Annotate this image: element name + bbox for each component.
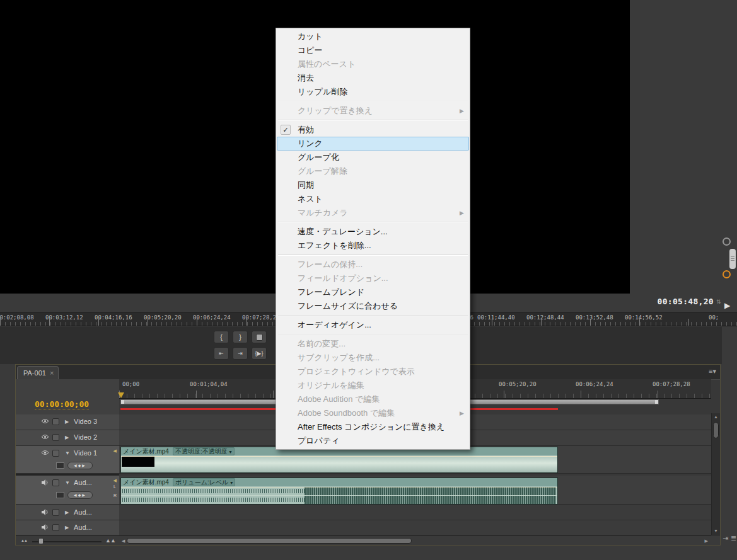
tab-close-icon[interactable]: ×: [50, 369, 54, 377]
menu-gutter: [281, 260, 291, 270]
menu-gutter: [281, 241, 291, 251]
set-in-point-button[interactable]: {: [214, 331, 229, 343]
play-icon[interactable]: ▶: [724, 301, 730, 310]
scroll-down-button[interactable]: ▼: [712, 527, 720, 535]
mini-scrollbar-thumb[interactable]: [729, 249, 736, 269]
set-display-style-icon[interactable]: [56, 462, 64, 469]
track-lane-audio-2: [119, 505, 711, 520]
vertical-scrollbar-thumb[interactable]: [713, 422, 719, 438]
horizontal-scrollbar[interactable]: ◀ ▶: [120, 537, 709, 545]
menu-item[interactable]: カット: [277, 30, 469, 43]
panel-list-icon[interactable]: ≣: [731, 534, 736, 542]
menu-item[interactable]: プロパティ: [277, 434, 469, 448]
time-ruler-label: 00:13;52,48: [576, 314, 613, 321]
tab-sequence[interactable]: PA-001×: [17, 366, 59, 379]
prev-keyframe-icon[interactable]: ◀: [74, 464, 78, 467]
menu-item[interactable]: ネスト: [277, 192, 469, 206]
clip-effect-badge[interactable]: ボリューム:レベル ▾: [173, 478, 235, 486]
collapse-track-icon[interactable]: ▼: [65, 480, 70, 486]
menu-item-label: プロパティ: [298, 436, 340, 445]
menu-item-label: フィールドオプション...: [298, 273, 388, 283]
menu-item[interactable]: グループ化: [277, 151, 469, 164]
toggle-track-mute-icon[interactable]: [41, 524, 49, 530]
track-lock-toggle[interactable]: [52, 434, 59, 441]
panel-menu-icon[interactable]: ≡▾: [709, 367, 716, 375]
record-knob-icon[interactable]: [722, 270, 731, 278]
menu-item[interactable]: リップル削除: [277, 85, 469, 99]
keyframe-navigator[interactable]: ◀◆▶: [67, 462, 93, 469]
keyframe-navigator[interactable]: ◀◆▶: [67, 491, 93, 499]
track-lock-toggle[interactable]: [52, 418, 59, 425]
vertical-scrollbar[interactable]: ▲ ▼: [711, 413, 720, 535]
goto-out-point-button[interactable]: ⇥: [233, 347, 248, 360]
scroll-up-button[interactable]: ▲: [712, 413, 720, 421]
expand-track-icon[interactable]: ▶: [65, 419, 69, 425]
jump-end-icon[interactable]: ⇥: [722, 534, 728, 542]
zoom-out-icon[interactable]: ▲▲: [21, 539, 27, 542]
clip-effect-badge[interactable]: 不透明度:不透明度 ▾: [173, 447, 235, 455]
next-keyframe-icon[interactable]: ▶: [82, 493, 86, 497]
menu-item[interactable]: 速度・デュレーション...: [277, 225, 469, 239]
opacity-rubber-band[interactable]: [121, 456, 557, 457]
expand-track-icon[interactable]: ▶: [65, 435, 69, 440]
menu-item[interactable]: フレームブレンド: [277, 285, 469, 299]
menu-separator: [278, 334, 468, 335]
scroll-left-button[interactable]: ◀: [122, 537, 125, 545]
menu-item[interactable]: 同期: [277, 178, 469, 192]
zoom-in-icon[interactable]: ▲▲: [105, 537, 115, 544]
collapse-track-icon[interactable]: ▼: [65, 450, 70, 456]
toggle-track-output-icon[interactable]: [41, 450, 49, 455]
menu-gutter: [281, 106, 291, 116]
marker-icon: [256, 334, 263, 341]
next-keyframe-icon[interactable]: ▶: [82, 464, 86, 467]
menu-separator: [278, 120, 468, 121]
expand-track-icon[interactable]: ▶: [65, 525, 69, 530]
goto-in-point-button[interactable]: ⇤: [214, 347, 229, 360]
current-time-indicator[interactable]: [118, 392, 124, 398]
horizontal-scrollbar-thumb[interactable]: [127, 538, 412, 544]
scroll-right-button[interactable]: ▶: [705, 537, 708, 545]
track-lock-toggle[interactable]: [52, 479, 59, 486]
set-display-style-icon[interactable]: [56, 492, 64, 498]
prev-keyframe-icon[interactable]: ◀: [74, 493, 78, 497]
video-clip[interactable]: メイン素材.mp4不透明度:不透明度 ▾: [120, 447, 558, 473]
menu-item[interactable]: エフェクトを削除...: [277, 239, 469, 253]
time-ruler-label: 00;: [709, 314, 719, 321]
toggle-track-mute-icon[interactable]: [41, 509, 49, 515]
menu-item[interactable]: リンク: [277, 137, 469, 151]
menu-item[interactable]: 消去: [277, 71, 469, 85]
menu-item[interactable]: After Effects コンポジションに置き換え: [277, 420, 469, 434]
volume-rubber-band[interactable]: [121, 488, 557, 488]
toggle-track-output-icon[interactable]: [41, 418, 49, 424]
track-side-marker-icon: ◀: [113, 478, 117, 483]
track-name: Aud...: [74, 479, 92, 486]
menu-item-label: カット: [298, 31, 323, 41]
set-out-point-button[interactable]: }: [233, 331, 248, 343]
toggle-track-output-icon[interactable]: [41, 434, 49, 440]
track-lock-toggle[interactable]: [52, 509, 59, 516]
track-name: Aud...: [74, 508, 92, 516]
caret-down-icon: ▾: [712, 367, 716, 375]
zoom-slider-thumb[interactable]: [38, 538, 44, 544]
menu-item[interactable]: フレームサイズに合わせる: [277, 299, 469, 313]
sequence-timecode[interactable]: 00:00:00;00: [35, 399, 89, 410]
menu-gutter: [281, 73, 291, 83]
expand-track-icon[interactable]: ▶: [65, 510, 69, 515]
menu-item-label: サブクリップを作成...: [298, 353, 380, 362]
program-timecode[interactable]: 00:05:48,20: [648, 297, 714, 306]
menu-gutter: [281, 287, 291, 297]
audio-clip[interactable]: メイン素材.mp4ボリューム:レベル ▾: [120, 477, 558, 505]
track-lock-toggle[interactable]: [52, 450, 59, 457]
time-ruler-label: 00:05;20,20: [499, 381, 537, 387]
toggle-track-mute-icon[interactable]: [41, 479, 49, 486]
menu-gutter: [281, 227, 291, 237]
set-marker-button[interactable]: [252, 331, 267, 343]
menu-item[interactable]: オーディオゲイン...: [277, 318, 469, 332]
knob-icon[interactable]: [722, 237, 731, 246]
menu-item[interactable]: コピー: [277, 43, 469, 57]
track-lock-toggle[interactable]: [52, 524, 59, 531]
menu-item[interactable]: ✓有効: [277, 123, 469, 137]
play-in-to-out-button[interactable]: {▶}: [252, 347, 267, 360]
menu-item: クリップで置き換え▶: [277, 104, 469, 118]
track-name: Aud...: [74, 523, 92, 531]
